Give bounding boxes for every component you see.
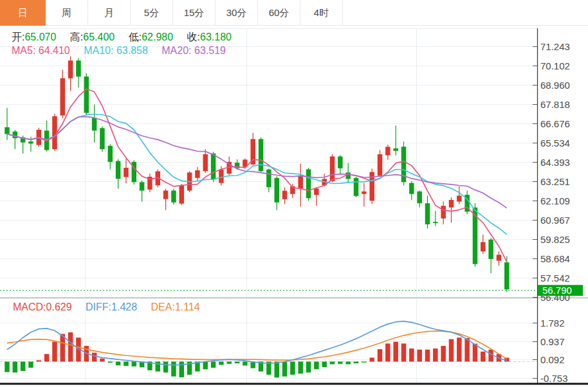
last-price-tag: 56.790 xyxy=(538,285,583,296)
ma10-line xyxy=(7,114,507,235)
open-label: 开: xyxy=(12,32,24,42)
low-value: 62.980 xyxy=(142,32,173,42)
diff-value: 1.428 xyxy=(111,302,137,312)
ma5-line xyxy=(7,89,507,262)
close-label: 收: xyxy=(187,32,200,42)
dea-label: DEA: xyxy=(151,302,175,312)
y-axis-label: 1.782 xyxy=(540,318,565,328)
y-axis: 71.24370.10268.96067.81866.67665.53464.3… xyxy=(533,28,570,384)
y-axis-label: 65.534 xyxy=(540,138,570,148)
ma-legend: MA5: 64.410 MA10: 63.858 MA20: 63.519 xyxy=(12,45,237,57)
ma20-label: MA20: xyxy=(161,45,191,56)
macd-label: MACD: xyxy=(13,302,46,312)
diff-line xyxy=(7,321,507,365)
y-axis-label: 70.102 xyxy=(540,60,570,71)
ma10-value: 63.858 xyxy=(116,45,148,56)
ma20-value: 63.519 xyxy=(194,45,226,56)
high-label: 高: xyxy=(70,32,83,42)
y-axis-label: 59.825 xyxy=(540,234,570,245)
y-axis-label: -0.753 xyxy=(540,373,568,384)
y-axis-label: 66.676 xyxy=(540,118,570,129)
macd-value: 0.629 xyxy=(46,302,72,312)
ohlc-legend: 开:65.070 高:65.400 低:62.980 收:63.180 xyxy=(12,31,243,44)
trading-chart-window: 日周月5分15分30分60分4时 71.24370.10268.96067.81… xyxy=(0,0,588,387)
last-price-tag-label: 56.790 xyxy=(542,285,572,296)
chart-canvas[interactable]: 71.24370.10268.96067.81866.67665.53464.3… xyxy=(0,0,588,387)
dea-value: 1.114 xyxy=(175,302,200,312)
y-axis-label: 57.542 xyxy=(540,273,570,284)
y-axis-label: 0.937 xyxy=(540,336,565,347)
macd-histogram-layer xyxy=(5,332,509,377)
y-axis-label: 60.967 xyxy=(540,215,570,226)
diff-label: DIFF: xyxy=(86,302,111,312)
dea-line xyxy=(7,331,507,360)
y-axis-label: 58.684 xyxy=(540,253,570,264)
low-label: 低: xyxy=(129,32,142,42)
y-axis-label: 71.243 xyxy=(540,41,570,52)
y-axis-label: 64.393 xyxy=(540,157,570,168)
ma5-label: MA5: xyxy=(12,45,35,56)
high-value: 65.400 xyxy=(83,32,115,42)
open-value: 65.070 xyxy=(24,32,56,42)
ma10-label: MA10: xyxy=(84,45,113,56)
y-axis-label: 68.960 xyxy=(540,80,570,91)
y-axis-label: 67.818 xyxy=(540,99,570,110)
macd-legend: MACD:0.629 DIFF:1.428 DEA:1.114 xyxy=(13,302,211,313)
y-axis-label: 63.251 xyxy=(540,176,570,187)
y-axis-label: 62.109 xyxy=(540,195,570,206)
y-axis-label: 0.092 xyxy=(540,354,565,365)
close-value: 63.180 xyxy=(200,32,232,42)
ma5-value: 64.410 xyxy=(39,45,70,56)
candles-layer[interactable] xyxy=(5,57,509,292)
